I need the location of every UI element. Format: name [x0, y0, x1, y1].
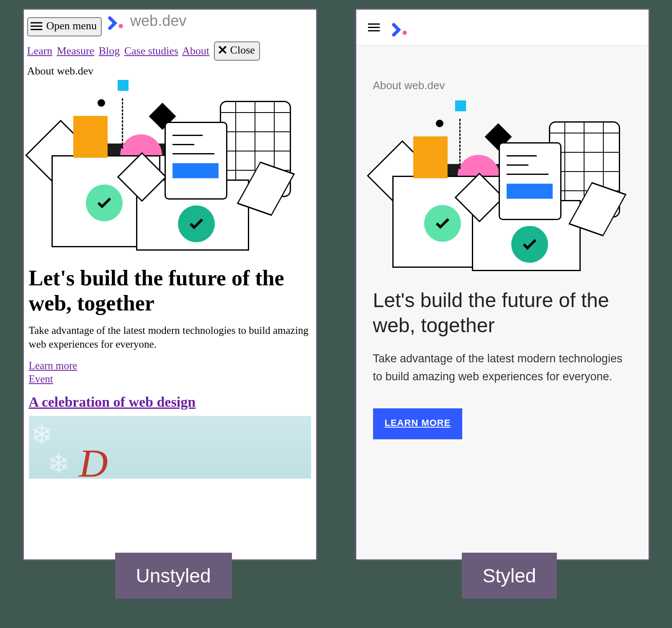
logo-text: web.dev — [130, 12, 186, 30]
svg-point-0 — [118, 24, 123, 28]
webdev-logo-icon — [391, 19, 409, 36]
headline: Let's build the future of the web, toget… — [29, 266, 311, 316]
close-menu-button[interactable]: ✕ Close — [214, 41, 260, 61]
webdev-logo-icon — [108, 12, 125, 30]
svg-point-1 — [402, 31, 407, 35]
article-heading-link[interactable]: A celebration of web design — [29, 394, 196, 410]
eyebrow-text: About web.dev — [27, 65, 313, 77]
open-menu-button[interactable]: Open menu — [27, 17, 102, 36]
hero-illustration — [27, 80, 313, 256]
close-icon: ✕ — [217, 44, 228, 56]
event-link[interactable]: Event — [29, 373, 311, 385]
styled-pane: About web.dev — [355, 8, 650, 561]
hamburger-icon — [31, 22, 42, 30]
caption-row: Unstyled Styled — [0, 553, 672, 628]
topbar — [356, 10, 649, 46]
subhead: Take advantage of the latest modern tech… — [373, 350, 632, 386]
hero-illustration — [373, 100, 632, 276]
unstyled-pane: Open menu web.dev Learn Measure Blog Cas… — [23, 8, 317, 561]
hamburger-icon[interactable] — [368, 23, 380, 31]
nav-about[interactable]: About — [182, 45, 209, 57]
subhead: Take advantage of the latest modern tech… — [29, 323, 311, 352]
label-unstyled: Unstyled — [115, 553, 232, 599]
open-menu-label: Open menu — [46, 20, 97, 32]
eyebrow-text: About web.dev — [373, 79, 632, 92]
nav-links: Learn Measure Blog Case studies About ✕ … — [27, 41, 313, 61]
close-label: Close — [230, 44, 255, 56]
nav-measure[interactable]: Measure — [57, 45, 95, 57]
headline: Let's build the future of the web, toget… — [373, 288, 632, 338]
learn-more-button[interactable]: LEARN MORE — [373, 408, 463, 439]
nav-blog[interactable]: Blog — [99, 45, 120, 57]
nav-learn[interactable]: Learn — [27, 45, 53, 57]
label-styled: Styled — [462, 553, 557, 599]
nav-case-studies[interactable]: Case studies — [124, 45, 178, 57]
learn-more-link[interactable]: Learn more — [29, 360, 311, 372]
article-thumbnail: ❄ ❄ D — [29, 416, 311, 479]
